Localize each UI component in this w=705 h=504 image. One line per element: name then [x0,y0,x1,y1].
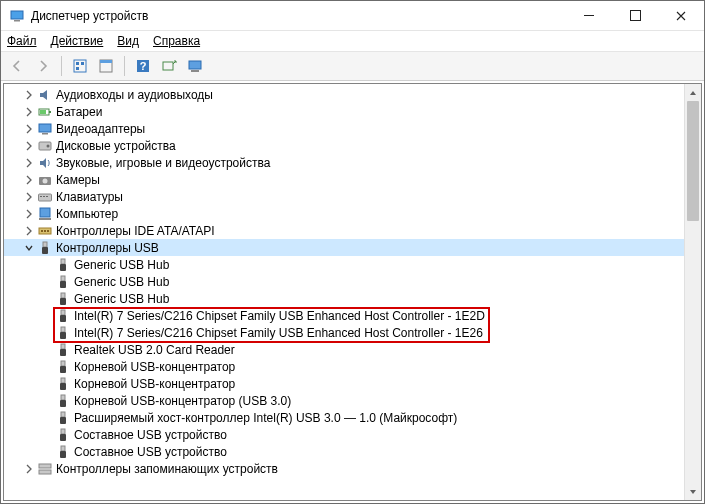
svg-rect-32 [43,242,47,247]
toolbar-forward-button[interactable] [31,54,55,78]
vertical-scrollbar[interactable] [684,84,701,500]
tree-item-label: Контроллеры IDE ATA/ATAPI [56,224,215,238]
svg-rect-23 [40,196,42,197]
toolbar-back-button[interactable] [5,54,29,78]
tree-category-item[interactable]: Контроллеры IDE ATA/ATAPI [4,222,684,239]
svg-rect-44 [61,344,65,349]
minimize-button[interactable] [566,1,612,30]
tree-device-item[interactable]: Generic USB Hub [4,290,684,307]
toolbar-devices-button[interactable] [183,54,207,78]
scrollbar-thumb[interactable] [687,101,699,221]
toolbar-help-button[interactable]: ? [131,54,155,78]
toolbar-show-hidden-button[interactable] [68,54,92,78]
scrollbar-up-button[interactable] [685,84,701,101]
toolbar: ? [1,51,704,81]
usb-icon [55,308,71,324]
menu-file[interactable]: Файл [7,34,37,48]
svg-rect-37 [60,281,66,288]
expander-icon[interactable] [22,88,36,102]
expander-icon[interactable] [22,139,36,153]
tree-device-item[interactable]: Generic USB Hub [4,256,684,273]
tree-category-item[interactable]: Аудиовходы и аудиовыходы [4,86,684,103]
tree-item-label: Звуковые, игровые и видеоустройства [56,156,270,170]
svg-rect-48 [61,378,65,383]
svg-rect-14 [49,111,51,113]
device-tree[interactable]: Аудиовходы и аудиовыходыБатареиВидеоадап… [4,84,684,500]
expander-icon[interactable] [22,190,36,204]
tree-item-label: Видеоадаптеры [56,122,145,136]
tree-device-item[interactable]: Generic USB Hub [4,273,684,290]
tree-category-item[interactable]: Контроллеры запоминающих устройств [4,460,684,477]
close-button[interactable] [658,1,704,30]
tree-item-label: Расширяемый хост-контроллер Intel(R) USB… [74,411,457,425]
tree-item-label: Generic USB Hub [74,258,169,272]
svg-rect-29 [41,230,43,232]
scrollbar-track[interactable] [685,101,701,483]
svg-rect-30 [44,230,46,232]
svg-rect-58 [39,464,51,468]
svg-rect-35 [60,264,66,271]
usb-icon [55,393,71,409]
expander-icon[interactable] [22,156,36,170]
svg-rect-47 [60,366,66,373]
tree-device-item[interactable]: Intel(R) 7 Series/C216 Chipset Family US… [4,324,684,341]
maximize-button[interactable] [612,1,658,30]
tree-category-item[interactable]: Контроллеры USB [4,239,684,256]
tree-device-item[interactable]: Корневой USB-концентратор [4,358,684,375]
tree-device-item[interactable]: Расширяемый хост-контроллер Intel(R) USB… [4,409,684,426]
svg-rect-55 [60,434,66,441]
usb-icon [55,257,71,273]
tree-category-item[interactable]: Дисковые устройства [4,137,684,154]
expander-icon[interactable] [22,224,36,238]
svg-rect-5 [81,62,84,65]
tree-device-item[interactable]: Realtek USB 2.0 Card Reader [4,341,684,358]
tree-category-item[interactable]: Батареи [4,103,684,120]
svg-rect-34 [61,259,65,264]
tree-category-item[interactable]: Клавиатуры [4,188,684,205]
usb-icon [55,325,71,341]
tree-category-item[interactable]: Видеоадаптеры [4,120,684,137]
tree-device-item[interactable]: Intel(R) 7 Series/C216 Chipset Family US… [4,307,684,324]
menu-help[interactable]: Справка [153,34,200,48]
tree-item-label: Корневой USB-концентратор [74,360,235,374]
svg-rect-53 [60,417,66,424]
svg-rect-1 [14,20,20,22]
svg-rect-12 [191,70,199,72]
expander-icon[interactable] [22,173,36,187]
expander-icon[interactable] [22,462,36,476]
expander-icon[interactable] [22,122,36,136]
tree-device-item[interactable]: Составное USB устройство [4,443,684,460]
svg-rect-24 [43,196,45,197]
tree-item-label: Клавиатуры [56,190,123,204]
tree-category-item[interactable]: Звуковые, игровые и видеоустройства [4,154,684,171]
expander-icon[interactable] [22,241,36,255]
toolbar-scan-button[interactable] [157,54,181,78]
svg-rect-57 [60,451,66,458]
tree-device-item[interactable]: Составное USB устройство [4,426,684,443]
expander-icon[interactable] [22,207,36,221]
battery-icon [37,104,53,120]
sound-icon [37,155,53,171]
scrollbar-down-button[interactable] [685,483,701,500]
menu-action[interactable]: Действие [51,34,104,48]
tree-item-label: Составное USB устройство [74,445,227,459]
menu-view[interactable]: Вид [117,34,139,48]
usb-icon [55,427,71,443]
toolbar-properties-button[interactable] [94,54,118,78]
tree-device-item[interactable]: Корневой USB-концентратор (USB 3.0) [4,392,684,409]
svg-text:?: ? [140,60,147,72]
svg-rect-46 [61,361,65,366]
svg-rect-16 [39,124,51,132]
usb-icon [55,359,71,375]
window-title: Диспетчер устройств [31,9,566,23]
tree-device-item[interactable]: Корневой USB-концентратор [4,375,684,392]
expander-icon[interactable] [22,105,36,119]
svg-rect-52 [61,412,65,417]
tree-category-item[interactable]: Камеры [4,171,684,188]
svg-rect-4 [76,67,79,70]
tree-item-label: Дисковые устройства [56,139,176,153]
tree-category-item[interactable]: Компьютер [4,205,684,222]
tree-item-label: Аудиовходы и аудиовыходы [56,88,213,102]
svg-point-21 [43,178,48,183]
svg-rect-2 [74,60,86,72]
